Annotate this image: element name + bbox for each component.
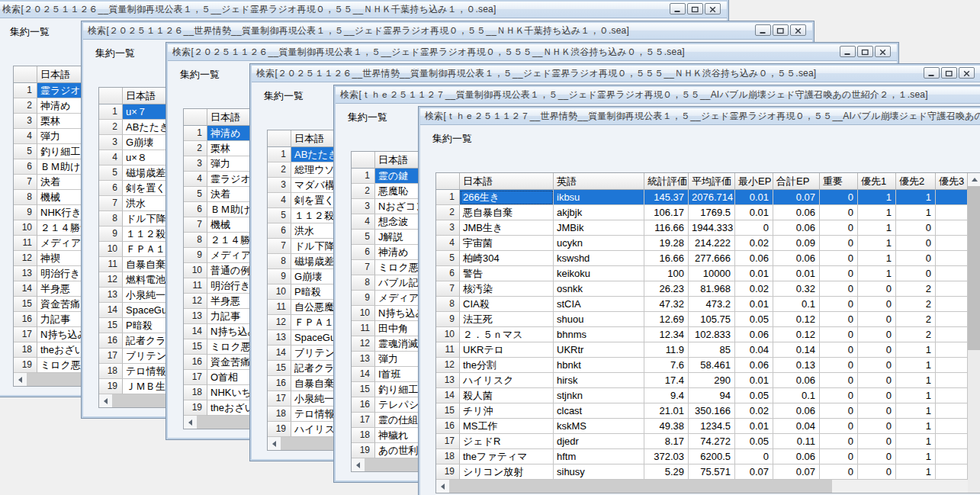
cell[interactable]: 0 — [820, 266, 858, 281]
cell[interactable]: 1 — [896, 373, 936, 388]
cell[interactable] — [936, 464, 968, 480]
scroll-left-button[interactable] — [184, 416, 197, 429]
cell[interactable]: 0.06 — [773, 205, 820, 220]
row-number-cell[interactable]: 14 — [436, 388, 460, 403]
row-number-cell[interactable]: 14 — [184, 324, 207, 339]
cell[interactable] — [936, 327, 968, 342]
table-row[interactable]: 15チリ沖clcast21.01350.1660.020.06001 — [436, 403, 980, 419]
row-number-cell[interactable]: 1 — [99, 104, 123, 120]
row-number-cell[interactable]: 11 — [184, 278, 207, 294]
cell[interactable]: 0.06 — [735, 251, 773, 266]
table-row[interactable]: 1266生きikbsu145.372076.7140.010.07011 — [436, 190, 980, 205]
cell[interactable]: 0 — [820, 342, 858, 358]
cell[interactable]: 0 — [820, 388, 858, 403]
cell[interactable]: 0 — [820, 312, 858, 327]
cell[interactable]: 12.69 — [644, 312, 689, 327]
table-row[interactable]: 18theファティマhftm372.036200.500.06001 — [436, 449, 980, 464]
window-titlebar[interactable]: 検索[２０２５１１２６__質量制御再現公表１，５__ジェド霊界ラジオ再現０，５５… — [0, 2, 727, 18]
cell[interactable]: 0 — [896, 220, 936, 236]
column-header[interactable]: 優先1 — [858, 173, 896, 190]
cell[interactable]: 0.07 — [773, 190, 820, 205]
cell[interactable]: 0 — [858, 297, 896, 312]
cell[interactable]: 2 — [896, 312, 936, 327]
row-number-cell[interactable]: 5 — [268, 208, 291, 223]
cell[interactable]: 2076.714 — [689, 190, 735, 205]
cell[interactable]: 0 — [858, 281, 896, 297]
cell[interactable]: 0.06 — [773, 373, 820, 388]
cell[interactable]: 0.32 — [773, 281, 820, 297]
row-number-cell[interactable]: 6 — [352, 245, 375, 260]
scroll-left-button[interactable] — [99, 394, 112, 407]
row-number-cell[interactable]: 1 — [436, 190, 460, 205]
table-row[interactable]: 2悪自暴自棄akjbjk106.171769.50.010.06011 — [436, 205, 980, 220]
close-button[interactable] — [790, 24, 806, 36]
row-number-cell[interactable]: 14 — [14, 281, 37, 297]
row-number-cell[interactable]: 7 — [352, 260, 375, 275]
cell[interactable]: sihusy — [554, 464, 644, 480]
cell[interactable] — [936, 449, 968, 464]
cell[interactable]: clcast — [554, 403, 644, 419]
cell[interactable]: 0.02 — [735, 403, 773, 419]
cell[interactable]: osnkk — [554, 281, 644, 297]
cell[interactable]: ucykn — [554, 236, 644, 251]
row-number-cell[interactable]: 9 — [268, 269, 291, 284]
cell[interactable]: 0 — [820, 251, 858, 266]
vertical-scrollbar[interactable] — [968, 173, 980, 493]
cell[interactable]: 0.06 — [773, 220, 820, 236]
cell[interactable]: ジェドR — [460, 434, 554, 449]
row-number-cell[interactable]: 18 — [99, 364, 123, 379]
column-header[interactable]: 平均評価 — [689, 173, 735, 190]
cell[interactable]: ikbsu — [554, 190, 644, 205]
row-number-cell[interactable]: 15 — [14, 297, 37, 312]
cell[interactable]: シリコン放射 — [460, 464, 554, 480]
cell[interactable]: 9.4 — [644, 388, 689, 403]
cell[interactable]: 85 — [689, 342, 735, 358]
cell[interactable]: 6200.5 — [689, 449, 735, 464]
cell[interactable]: 0.04 — [735, 342, 773, 358]
cell[interactable]: 2 — [896, 297, 936, 312]
cell[interactable]: 7.6 — [644, 358, 689, 373]
cell[interactable]: 0 — [858, 434, 896, 449]
row-number-cell[interactable]: 5 — [14, 144, 37, 159]
column-header[interactable]: 合計EP — [773, 173, 820, 190]
cell[interactable]: 0 — [820, 373, 858, 388]
cell[interactable]: 75.571 — [689, 464, 735, 480]
cell[interactable]: 0 — [820, 449, 858, 464]
row-number-cell[interactable]: 7 — [14, 175, 37, 190]
cell[interactable]: 1 — [858, 190, 896, 205]
row-number-cell[interactable]: 15 — [352, 382, 375, 397]
cell[interactable]: 0 — [858, 403, 896, 419]
cell[interactable]: 0 — [820, 281, 858, 297]
table-row[interactable]: 10２．５ｎマスbhnms12.34102.8330.060.12002 — [436, 327, 980, 342]
row-number-cell[interactable]: 13 — [268, 330, 291, 346]
row-number-cell[interactable]: 15 — [268, 361, 291, 376]
cell[interactable] — [936, 403, 968, 419]
row-number-cell[interactable]: 9 — [184, 248, 207, 263]
row-number-cell[interactable]: 17 — [99, 349, 123, 364]
mdi-child-window[interactable]: 検索[ｔｈｅ２５１１２７__世界情勢__質量制御再現公表１，５__ジェド霊界ラジ… — [419, 107, 980, 495]
cell[interactable]: 12.34 — [644, 327, 689, 342]
row-number-cell[interactable]: 13 — [99, 288, 123, 303]
row-number-cell[interactable]: 16 — [99, 333, 123, 349]
row-number-cell[interactable]: 5 — [184, 187, 207, 202]
cell[interactable]: 0 — [858, 464, 896, 480]
cell[interactable]: 0.01 — [735, 373, 773, 388]
row-number-cell[interactable]: 9 — [99, 227, 123, 242]
cell[interactable] — [936, 205, 968, 220]
row-number-cell[interactable]: 2 — [268, 162, 291, 178]
cell[interactable]: 宇宙菌 — [460, 236, 554, 251]
row-number-cell[interactable]: 19 — [184, 400, 207, 416]
cell[interactable]: JMBik — [554, 220, 644, 236]
cell[interactable]: 0.11 — [773, 434, 820, 449]
row-number-cell[interactable]: 19 — [268, 422, 291, 437]
row-number-cell[interactable]: 3 — [184, 156, 207, 172]
cell[interactable]: 102.833 — [689, 327, 735, 342]
cell[interactable]: 0 — [820, 403, 858, 419]
window-titlebar[interactable]: 検索[２０２５１１２６__世界情勢__質量制御再現公表１，５__ジェド霊界ラジオ… — [252, 66, 980, 82]
cell[interactable] — [936, 373, 968, 388]
row-number-cell[interactable]: 18 — [436, 449, 460, 464]
window-titlebar[interactable]: 検索[２０２５１１２６__質量制御再現公表１，５__ジェド霊界ラジオ再現０，５５… — [168, 44, 897, 61]
column-header[interactable]: 重要 — [820, 173, 858, 190]
cell[interactable]: 11.9 — [644, 342, 689, 358]
cell[interactable]: shuou — [554, 312, 644, 327]
